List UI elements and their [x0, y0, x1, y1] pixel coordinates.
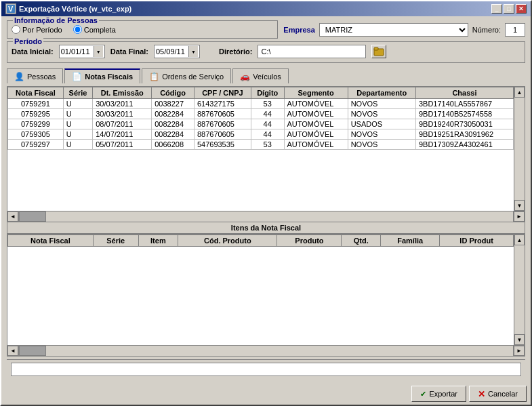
notas-fiscais-table-container[interactable]: Nota Fiscal Série Dt. Emissão Código CPF…: [7, 87, 514, 211]
table-cell: AUTOMÓVEL: [284, 99, 348, 109]
table-cell: 30/03/2011: [93, 99, 152, 109]
items-scroll-track: [514, 245, 525, 334]
notas-fiscais-icon: 📄: [72, 72, 82, 81]
itens-col-produto: Produto: [277, 235, 342, 247]
exportar-icon: ✔: [420, 390, 426, 399]
scroll-right-button[interactable]: ►: [514, 211, 525, 222]
data-inicial-arrow[interactable]: ▼: [94, 46, 103, 57]
horiz-scrollbar-top[interactable]: ◄ ►: [7, 211, 525, 222]
itens-table-container[interactable]: Nota Fiscal Série Item Cód. Produto Prod…: [7, 235, 514, 345]
table-cell: NOVOS: [348, 99, 415, 109]
notas-fiscais-table: Nota Fiscal Série Dt. Emissão Código CPF…: [7, 87, 514, 150]
table-row[interactable]: 0759297U05/07/2011006620854769353553AUTO…: [8, 140, 514, 150]
scroll-left-button[interactable]: ◄: [7, 211, 18, 222]
table-cell: 887670605: [194, 119, 251, 129]
itens-col-id-produt: ID Produt: [440, 235, 514, 247]
scroll-up-button[interactable]: ▲: [514, 87, 525, 98]
table-row[interactable]: 0759295U30/03/2011008228488767060544AUTO…: [8, 109, 514, 119]
empresa-select[interactable]: MATRIZ: [319, 23, 468, 37]
itens-col-item: Item: [138, 235, 178, 247]
itens-col-familia: Família: [381, 235, 440, 247]
table-cell: U: [63, 140, 92, 150]
close-button[interactable]: ✕: [516, 4, 527, 14]
exportar-button[interactable]: ✔ Exportar: [411, 386, 466, 402]
table-cell: U: [63, 99, 92, 109]
items-scroll-right[interactable]: ►: [514, 346, 525, 356]
itens-col-qtd: Qtd.: [342, 235, 381, 247]
diretorio-input[interactable]: [258, 45, 366, 58]
scroll-track-h: [18, 211, 514, 222]
maximize-button[interactable]: □: [504, 4, 514, 14]
table-cell: 0082284: [152, 119, 195, 129]
informacao-pessoas-label: Informação de Pessoas: [13, 16, 99, 24]
title-bar: V Exportação Vórtice (w_vtc_exp) _ □ ✕: [1, 1, 531, 16]
table-cell: 0082284: [152, 129, 195, 140]
itens-col-cod-produto: Cód. Produto: [178, 235, 277, 247]
items-table-wrapper: Nota Fiscal Série Item Cód. Produto Prod…: [7, 235, 525, 345]
svg-text:V: V: [8, 5, 14, 13]
pessoas-icon: 👤: [14, 72, 24, 81]
table-cell: 0759291: [8, 99, 64, 109]
items-scroll-thumb: [19, 346, 46, 356]
table-row[interactable]: 0759291U30/03/2011003822761432717553AUTO…: [8, 99, 514, 109]
table-cell: 0082284: [152, 109, 195, 119]
minimize-button[interactable]: _: [491, 4, 502, 14]
cancelar-button[interactable]: ✕ Cancelar: [469, 386, 527, 402]
numero-input[interactable]: [505, 23, 525, 37]
periodo-group: Período Data Inicial: 01/01/11 ▼ Data Fi…: [7, 41, 525, 63]
veiculos-icon: 🚗: [240, 72, 250, 81]
radio-completa[interactable]: Completa: [73, 25, 116, 34]
table-row[interactable]: 0759299U08/07/2011008228488767060544AUTO…: [8, 119, 514, 129]
items-scroll-down[interactable]: ▼: [514, 334, 525, 345]
main-table-wrapper: Nota Fiscal Série Dt. Emissão Código CPF…: [7, 87, 525, 211]
radio-por-periodo-label: Por Período: [22, 26, 62, 34]
scroll-thumb: [19, 211, 46, 222]
window-icon: V: [5, 3, 16, 14]
cancelar-icon: ✕: [478, 389, 485, 399]
table-cell: 9BD17309ZA4302461: [415, 140, 513, 150]
table-cell: 614327175: [194, 99, 251, 109]
table-cell: 3BD17140LA5557867: [415, 99, 513, 109]
data-final-arrow[interactable]: ▼: [188, 46, 198, 57]
diretorio-browse-button[interactable]: [371, 45, 386, 58]
tab-pessoas[interactable]: 👤 Pessoas: [7, 68, 63, 83]
data-final-label: Data Final:: [110, 47, 148, 56]
periodo-label: Período: [13, 37, 43, 45]
panel: Nota Fiscal Série Dt. Emissão Código CPF…: [7, 86, 525, 357]
table-cell: U: [63, 129, 92, 140]
table-row[interactable]: 0759305U14/07/2011008228488767060544AUTO…: [8, 129, 514, 140]
main-window: V Exportação Vórtice (w_vtc_exp) _ □ ✕ I…: [0, 0, 532, 406]
col-serie: Série: [63, 87, 92, 99]
itens-table: Nota Fiscal Série Item Cód. Produto Prod…: [7, 235, 514, 247]
tab-notas-fiscais[interactable]: 📄 Notas Fiscais: [64, 68, 140, 83]
col-departamento: Departamento: [348, 87, 415, 99]
vert-scrollbar[interactable]: ▲ ▼: [514, 87, 525, 211]
action-buttons: ✔ Exportar ✕ Cancelar: [1, 383, 531, 405]
cancelar-label: Cancelar: [488, 390, 518, 398]
tab-ordens-servico[interactable]: 📋 Ordens de Serviço: [142, 68, 231, 83]
items-scroll-left[interactable]: ◄: [7, 346, 18, 356]
table-cell: 14/07/2011: [93, 129, 152, 140]
table-cell: USADOS: [348, 119, 415, 129]
tabs-bar: 👤 Pessoas 📄 Notas Fiscais 📋 Ordens de Se…: [7, 68, 525, 83]
items-scroll-up[interactable]: ▲: [514, 235, 525, 245]
col-chassi: Chassi: [415, 87, 513, 99]
col-segmento: Segmento: [284, 87, 348, 99]
tab-veiculos[interactable]: 🚗 Veículos: [232, 68, 289, 83]
scroll-down-button[interactable]: ▼: [514, 200, 525, 211]
scroll-track: [514, 98, 525, 200]
itens-col-nota-fiscal: Nota Fiscal: [8, 235, 94, 247]
table-cell: NOVOS: [348, 129, 415, 140]
empresa-section: Empresa MATRIZ Número:: [283, 20, 525, 39]
informacao-pessoas-group: Informação de Pessoas Por Período Comple…: [7, 20, 278, 39]
table-cell: 0759299: [8, 119, 64, 129]
content-area: Informação de Pessoas Por Período Comple…: [1, 16, 531, 383]
table-cell: 53: [251, 99, 284, 109]
table-cell: 05/07/2011: [93, 140, 152, 150]
table-cell: 44: [251, 129, 284, 140]
table-cell: 44: [251, 109, 284, 119]
vert-scrollbar-items[interactable]: ▲ ▼: [514, 235, 525, 345]
status-input[interactable]: [11, 363, 521, 376]
horiz-scrollbar-items[interactable]: ◄ ►: [7, 345, 525, 356]
radio-por-periodo[interactable]: Por Período: [12, 25, 62, 34]
